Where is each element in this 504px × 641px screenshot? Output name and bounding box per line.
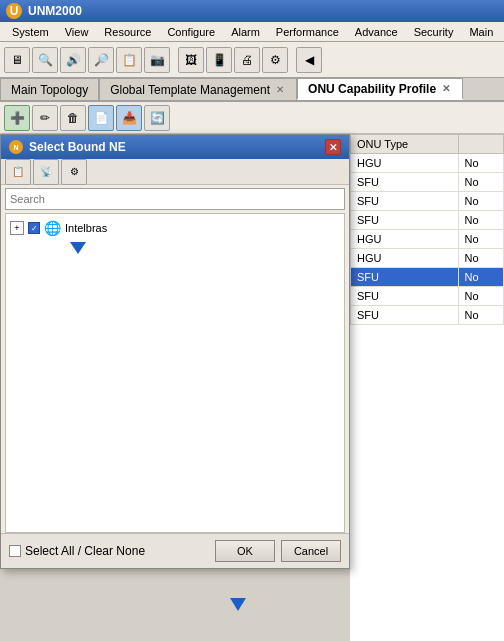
tab-global-template-close[interactable]: ✕ <box>274 84 286 95</box>
onu-type-cell: SFU <box>351 306 459 325</box>
secondary-toolbar: ➕ ✏ 🗑 📄 📥 🔄 <box>0 102 504 134</box>
intelbras-label: Intelbras <box>65 222 107 234</box>
modal-title: Select Bound NE <box>29 140 126 154</box>
onu-value-cell: No <box>458 173 503 192</box>
onu-value-cell: No <box>458 154 503 173</box>
modal-icon: N <box>9 140 23 154</box>
modal-tree: + ✓ 🌐 Intelbras <box>5 213 345 533</box>
onu-value-header <box>458 135 503 154</box>
cursor-arrow-bottom <box>230 598 246 611</box>
cancel-button[interactable]: Cancel <box>281 540 341 562</box>
edit-btn[interactable]: ✏ <box>32 105 58 131</box>
onu-value-cell: No <box>458 249 503 268</box>
onu-type-cell: HGU <box>351 230 459 249</box>
onu-table: ONU Type HGUNoSFUNoSFUNoSFUNoHGUNoHGUNoS… <box>350 134 504 325</box>
modal-toolbar-btn1[interactable]: 📋 <box>5 159 31 185</box>
tab-onu-capability[interactable]: ONU Capability Profile ✕ <box>297 78 463 100</box>
onu-value-cell: No <box>458 306 503 325</box>
main-toolbar: 🖥 🔍 🔊 🔎 📋 📷 🖼 📱 🖨 ⚙ ◀ <box>0 42 504 78</box>
toolbar-btn-2[interactable]: 🔊 <box>60 47 86 73</box>
onu-table-row[interactable]: SFUNo <box>351 173 504 192</box>
modal-footer: Select All / Clear None OK Cancel <box>1 533 349 568</box>
tree-node-intelbras: + ✓ 🌐 Intelbras <box>10 218 340 238</box>
copy-btn[interactable]: 📄 <box>88 105 114 131</box>
tree-checkbox-intelbras[interactable]: ✓ <box>28 222 40 234</box>
onu-table-row[interactable]: SFUNo <box>351 268 504 287</box>
cursor-pointer <box>70 242 86 254</box>
onu-type-cell: SFU <box>351 173 459 192</box>
toolbar-btn-5[interactable]: 📷 <box>144 47 170 73</box>
select-all-label: Select All / Clear None <box>25 544 145 558</box>
menu-advance[interactable]: Advance <box>347 24 406 40</box>
onu-value-cell: No <box>458 230 503 249</box>
tab-global-template[interactable]: Global Template Management ✕ <box>99 78 297 100</box>
onu-type-cell: SFU <box>351 192 459 211</box>
onu-panel: ONU Type HGUNoSFUNoSFUNoSFUNoHGUNoHGUNoS… <box>350 134 504 641</box>
tab-main-topology[interactable]: Main Topology <box>0 78 99 100</box>
toolbar-btn-8[interactable]: 🖨 <box>234 47 260 73</box>
tab-onu-capability-close[interactable]: ✕ <box>440 83 452 94</box>
modal-toolbar: 📋 📡 ⚙ <box>1 159 349 185</box>
onu-table-row[interactable]: SFUNo <box>351 192 504 211</box>
toolbar-btn-9[interactable]: ⚙ <box>262 47 288 73</box>
onu-table-row[interactable]: SFUNo <box>351 287 504 306</box>
menu-bar: System View Resource Configure Alarm Per… <box>0 22 504 42</box>
toolbar-btn-0[interactable]: 🖥 <box>4 47 30 73</box>
toolbar-btn-3[interactable]: 🔎 <box>88 47 114 73</box>
toolbar-btn-1[interactable]: 🔍 <box>32 47 58 73</box>
delete-btn[interactable]: 🗑 <box>60 105 86 131</box>
modal-toolbar-btn3[interactable]: ⚙ <box>61 159 87 185</box>
modal-toolbar-btn2[interactable]: 📡 <box>33 159 59 185</box>
menu-system[interactable]: System <box>4 24 57 40</box>
refresh-btn[interactable]: 🔄 <box>144 105 170 131</box>
tree-expand-btn[interactable]: + <box>10 221 24 235</box>
onu-table-row[interactable]: SFUNo <box>351 306 504 325</box>
menu-view[interactable]: View <box>57 24 97 40</box>
onu-table-row[interactable]: HGUNo <box>351 154 504 173</box>
app-icon: U <box>6 3 22 19</box>
cursor-area <box>230 598 246 611</box>
tab-onu-capability-label: ONU Capability Profile <box>308 82 436 96</box>
onu-type-cell: SFU <box>351 268 459 287</box>
intelbras-network-icon: 🌐 <box>44 220 61 236</box>
onu-type-cell: SFU <box>351 211 459 230</box>
title-bar: U UNM2000 <box>0 0 504 22</box>
toolbar-btn-10[interactable]: ◀ <box>296 47 322 73</box>
import-btn[interactable]: 📥 <box>116 105 142 131</box>
select-bound-ne-modal: N Select Bound NE ✕ 📋 📡 ⚙ + ✓ 🌐 Intelbra… <box>0 134 350 569</box>
onu-value-cell: No <box>458 268 503 287</box>
onu-type-cell: HGU <box>351 154 459 173</box>
tab-main-topology-label: Main Topology <box>11 83 88 97</box>
onu-table-row[interactable]: HGUNo <box>351 230 504 249</box>
modal-close-button[interactable]: ✕ <box>325 139 341 155</box>
onu-value-cell: No <box>458 211 503 230</box>
onu-table-row[interactable]: SFUNo <box>351 211 504 230</box>
modal-header: N Select Bound NE ✕ <box>1 135 349 159</box>
menu-configure[interactable]: Configure <box>159 24 223 40</box>
onu-value-cell: No <box>458 287 503 306</box>
modal-search-input[interactable] <box>5 188 345 210</box>
menu-alarm[interactable]: Alarm <box>223 24 268 40</box>
onu-type-cell: SFU <box>351 287 459 306</box>
menu-performance[interactable]: Performance <box>268 24 347 40</box>
toolbar-btn-4[interactable]: 📋 <box>116 47 142 73</box>
onu-type-header: ONU Type <box>351 135 459 154</box>
onu-value-cell: No <box>458 192 503 211</box>
menu-security[interactable]: Security <box>406 24 462 40</box>
toolbar-btn-6[interactable]: 🖼 <box>178 47 204 73</box>
menu-main[interactable]: Main <box>461 24 501 40</box>
tab-global-template-label: Global Template Management <box>110 83 270 97</box>
select-all-checkbox[interactable] <box>9 545 21 557</box>
toolbar-btn-7[interactable]: 📱 <box>206 47 232 73</box>
menu-resource[interactable]: Resource <box>96 24 159 40</box>
footer-buttons: OK Cancel <box>215 540 341 562</box>
onu-type-cell: HGU <box>351 249 459 268</box>
tab-bar: Main Topology Global Template Management… <box>0 78 504 102</box>
ok-button[interactable]: OK <box>215 540 275 562</box>
main-content: ONU Type HGUNoSFUNoSFUNoSFUNoHGUNoHGUNoS… <box>0 134 504 641</box>
footer-left: Select All / Clear None <box>9 544 145 558</box>
add-btn[interactable]: ➕ <box>4 105 30 131</box>
modal-header-left: N Select Bound NE <box>9 140 126 154</box>
app-title: UNM2000 <box>28 4 82 18</box>
onu-table-row[interactable]: HGUNo <box>351 249 504 268</box>
